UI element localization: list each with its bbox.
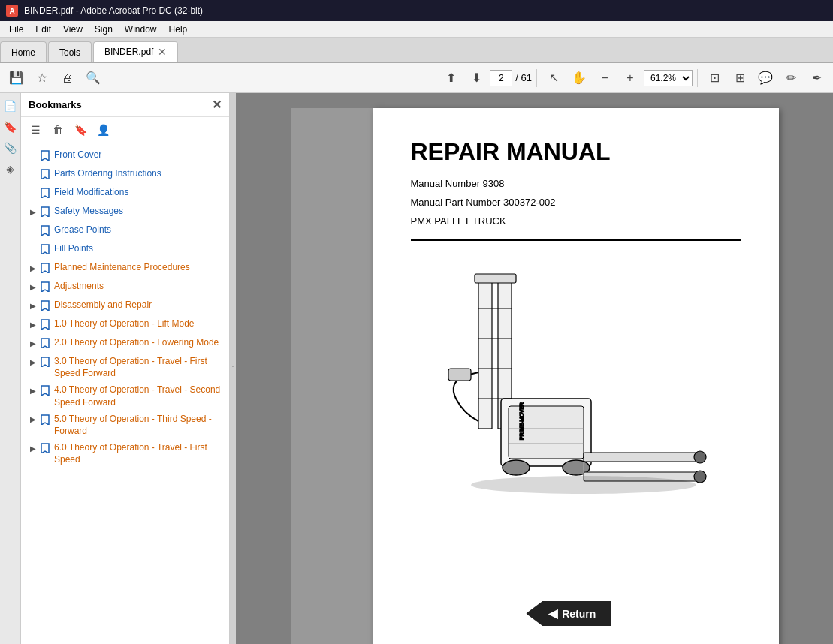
return-arrow-icon: ◀ <box>548 606 557 621</box>
pdf-view-area: REPAIR MANUAL Manual Number 9308 Manual … <box>236 93 833 644</box>
thumbnail-button[interactable]: ⊞ <box>728 66 752 90</box>
print-button[interactable]: 🖨 <box>56 66 80 90</box>
bookmarks-header: Bookmarks ✕ <box>21 93 229 117</box>
bookmark-icon-th3 <box>41 357 51 369</box>
zoom-fit-button[interactable]: 🔍 <box>81 66 105 90</box>
cursor-tool[interactable]: ↖ <box>542 66 566 90</box>
svg-point-12 <box>503 460 530 475</box>
bookmark-icon-field <box>41 188 51 200</box>
bookmark-label-grease: Grease Points <box>54 224 225 236</box>
hand-tool[interactable]: ✋ <box>567 66 591 90</box>
bookmarks-menu-btn[interactable]: ☰ <box>26 120 45 140</box>
svg-rect-6 <box>475 274 516 283</box>
pdf-manual-number: Manual Number 9308 <box>411 176 741 192</box>
panel-resize-handle[interactable]: ⋮ <box>230 93 236 644</box>
bookmarks-new-btn[interactable]: 🔖 <box>71 120 90 140</box>
bookmark-grease[interactable]: Grease Points <box>21 221 229 240</box>
expand-icon-th2[interactable]: ▶ <box>29 336 38 350</box>
expand-icon-th1[interactable]: ▶ <box>29 317 38 331</box>
bookmark-safety[interactable]: ▶ Safety Messages <box>21 203 229 221</box>
menu-edit[interactable]: Edit <box>29 23 57 36</box>
menu-file[interactable]: File <box>3 23 29 36</box>
bookmark-button[interactable]: ☆ <box>30 66 54 90</box>
markup-button[interactable]: ✏ <box>779 66 803 90</box>
expand-icon-fill <box>29 242 38 256</box>
bookmark-label-th4: 4.0 Theory of Operation - Travel - Secon… <box>54 384 225 408</box>
zoom-in-button[interactable]: + <box>618 66 642 90</box>
svg-rect-11 <box>448 369 471 381</box>
bookmark-theory-6[interactable]: ▶ 6.0 Theory of Operation - Travel - Fir… <box>21 439 229 468</box>
bookmarks-delete-btn[interactable]: 🗑 <box>48 120 68 140</box>
svg-text:PRIME-MOVER: PRIME-MOVER <box>519 402 524 440</box>
bookmark-icon-disasm <box>41 300 51 313</box>
bookmark-icon-fill <box>41 244 51 257</box>
expand-icon-th4[interactable]: ▶ <box>29 384 38 397</box>
bookmark-label-th1: 1.0 Theory of Operation - Lift Mode <box>54 317 225 330</box>
bookmark-label-th6: 6.0 Theory of Operation - Travel - First… <box>54 441 225 465</box>
page-navigation: / 61 <box>490 70 532 86</box>
bookmarks-panel: Bookmarks ✕ ☰ 🗑 🔖 👤 Front Cover <box>21 93 230 644</box>
title-bar: A BINDER.pdf - Adobe Acrobat Pro DC (32-… <box>0 0 833 21</box>
bookmark-fill[interactable]: Fill Points <box>21 240 229 259</box>
bookmarks-search-btn[interactable]: 👤 <box>93 120 113 140</box>
menu-sign[interactable]: Sign <box>89 23 119 36</box>
tab-tools[interactable]: Tools <box>48 41 92 62</box>
scroll-up-button[interactable]: ⬆ <box>439 66 463 90</box>
bookmark-front-cover[interactable]: Front Cover <box>21 146 229 165</box>
bookmark-theory-5[interactable]: ▶ 5.0 Theory of Operation - Third Speed … <box>21 411 229 439</box>
sign-button[interactable]: ✒ <box>804 66 828 90</box>
pdf-page: REPAIR MANUAL Manual Number 9308 Manual … <box>373 108 779 644</box>
nav-layers-icon[interactable]: ◈ <box>2 161 19 177</box>
comment-button[interactable]: 💬 <box>753 66 777 90</box>
zoom-select[interactable]: 61.2% 50% 75% 100% <box>644 70 693 86</box>
pdf-divider <box>411 239 741 241</box>
bookmark-parts-ordering[interactable]: Parts Ordering Instructions <box>21 165 229 184</box>
bookmark-theory-2[interactable]: ▶ 2.0 Theory of Operation - Lowering Mod… <box>21 334 229 353</box>
menu-help[interactable]: Help <box>163 23 194 36</box>
bookmark-field-mods[interactable]: Field Modifications <box>21 184 229 203</box>
zoom-out-button[interactable]: − <box>593 66 617 90</box>
bookmark-planned-maint[interactable]: ▶ Planned Maintenance Procedures <box>21 259 229 278</box>
expand-icon-safety[interactable]: ▶ <box>29 205 38 218</box>
bookmark-theory-4[interactable]: ▶ 4.0 Theory of Operation - Travel - Sec… <box>21 381 229 410</box>
expand-icon-th3[interactable]: ▶ <box>29 355 38 369</box>
bookmark-adjustments[interactable]: ▶ Adjustments <box>21 278 229 296</box>
svg-rect-0 <box>478 278 492 429</box>
expand-icon-parts <box>29 167 38 181</box>
bookmark-label-th2: 2.0 Theory of Operation - Lowering Mode <box>54 336 225 348</box>
bookmarks-toolbar: ☰ 🗑 🔖 👤 <box>21 117 229 143</box>
nav-attachments-icon[interactable]: 📎 <box>2 140 19 156</box>
bookmark-icon-th5 <box>41 414 51 427</box>
menu-view[interactable]: View <box>57 23 89 36</box>
bookmarks-close-icon[interactable]: ✕ <box>212 98 222 112</box>
nav-bookmarks-icon[interactable]: 🔖 <box>2 119 19 135</box>
pdf-part-number: Manual Part Number 300372-002 <box>411 195 741 211</box>
svg-point-17 <box>694 471 706 483</box>
scroll-down-button[interactable]: ⬇ <box>464 66 488 90</box>
fit-page-button[interactable]: ⊡ <box>702 66 726 90</box>
expand-icon-planned[interactable]: ▶ <box>29 261 38 275</box>
expand-icon-adj[interactable]: ▶ <box>29 280 38 293</box>
expand-icon-th6[interactable]: ▶ <box>29 441 38 455</box>
save-button[interactable]: 💾 <box>5 66 29 90</box>
expand-icon-field <box>29 186 38 200</box>
tab-close-icon[interactable]: ✕ <box>158 47 167 57</box>
bookmarks-list: Front Cover Parts Ordering Instructions <box>21 143 229 644</box>
menu-window[interactable]: Window <box>119 23 163 36</box>
tab-home[interactable]: Home <box>0 41 47 62</box>
tab-binder[interactable]: BINDER.pdf ✕ <box>93 41 178 62</box>
expand-icon-th5[interactable]: ▶ <box>29 413 38 426</box>
separator-1 <box>110 69 110 87</box>
separator-3 <box>697 69 698 87</box>
bookmark-icon-adj <box>41 281 51 294</box>
bookmark-theory-3[interactable]: ▶ 3.0 Theory of Operation - Travel - Fir… <box>21 353 229 381</box>
svg-point-16 <box>694 451 706 463</box>
return-button[interactable]: ◀ Return <box>526 601 611 626</box>
pdf-product: PMX PALLET TRUCK <box>411 214 741 230</box>
expand-icon-disasm[interactable]: ▶ <box>29 299 38 312</box>
bookmark-label-adj: Adjustments <box>54 280 225 292</box>
bookmark-disassembly[interactable]: ▶ Disassembly and Repair <box>21 296 229 315</box>
bookmark-theory-1[interactable]: ▶ 1.0 Theory of Operation - Lift Mode <box>21 315 229 334</box>
nav-pages-icon[interactable]: 📄 <box>2 98 19 114</box>
page-number-input[interactable] <box>490 70 512 86</box>
